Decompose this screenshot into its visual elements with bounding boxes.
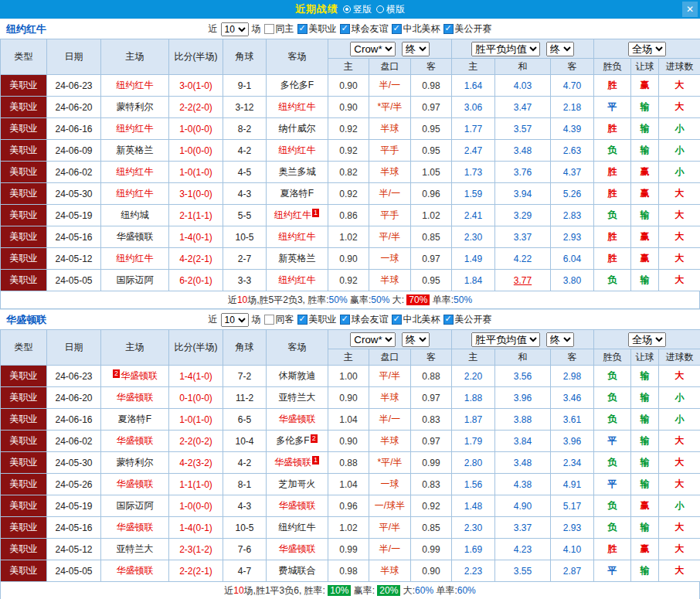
home-team-name[interactable]: 华盛顿联 [117, 522, 154, 533]
match-score: 1-1(1-0) [169, 474, 223, 495]
home-team-name[interactable]: 蒙特利尔 [117, 457, 154, 468]
match-score: 1-4(0-1) [169, 226, 223, 248]
home-team-name[interactable]: 蒙特利尔 [117, 101, 154, 112]
summary-segment: 场,胜5平2负3, 胜率: [247, 294, 328, 305]
away-team-name[interactable]: 多伦多F [280, 80, 314, 90]
home-team-name[interactable]: 夏洛特F [118, 414, 151, 424]
league-filter-friendly[interactable]: 球会友谊 [340, 22, 389, 36]
home-team-name[interactable]: 华盛顿联 [117, 435, 154, 446]
close-button[interactable]: ✕ [682, 2, 698, 17]
bookmaker-select[interactable]: Crow* [350, 332, 396, 347]
layout-radio-vertical[interactable]: 竖版 [343, 3, 372, 16]
col-score: 比分(半场) [169, 39, 223, 75]
euro-odds-select[interactable]: 胜平负均值 [471, 332, 540, 347]
handicap-result: 输 [631, 474, 659, 495]
home-team-name[interactable]: 纽约红牛 [117, 123, 154, 134]
match-count-select[interactable]: 10 [221, 22, 249, 36]
match-row: 美职业24-05-05国际迈阿6-2(0-1)3-3纽约红牛0.92半球0.95… [1, 270, 700, 291]
match-score: 2-3(1-2) [169, 539, 223, 560]
col-type: 类型 [1, 330, 47, 366]
league-filter-concacaf[interactable]: 中北美杯 [392, 313, 440, 326]
corner-score: 10-5 [223, 226, 267, 248]
league-filter-concacaf[interactable]: 中北美杯 [392, 22, 440, 36]
handicap-result: 输 [631, 270, 659, 291]
asia-handicap-line: 半/一 [369, 539, 411, 560]
away-team-name[interactable]: 芝加哥火 [279, 478, 316, 489]
league-filter-friendly[interactable]: 球会友谊 [340, 313, 389, 326]
away-team-name[interactable]: 华盛顿联 [279, 500, 316, 511]
home-team-name[interactable]: 纽约红牛 [117, 188, 154, 199]
home-team-name[interactable]: 华盛顿联 [121, 370, 158, 381]
asia-away-odds: 0.97 [411, 248, 452, 270]
euro-odds-select[interactable]: 胜平负均值 [471, 42, 540, 56]
checkbox-label: 球会友谊 [352, 22, 389, 36]
away-team-name[interactable]: 纽约红牛 [279, 231, 316, 242]
home-team-name[interactable]: 纽约红牛 [117, 253, 154, 264]
league-filter-mls[interactable]: 美职业 [297, 313, 337, 326]
home-team-cell: 纽约红牛 [101, 162, 169, 183]
euro-final-select[interactable]: 终 [546, 332, 574, 347]
away-team-name[interactable]: 纽约红牛 [279, 101, 316, 112]
checkbox-checked-icon [340, 315, 350, 325]
away-team-name[interactable]: 纽约红牛 [279, 522, 316, 533]
layout-radio-horizontal[interactable]: 横版 [376, 3, 405, 16]
away-team-cell: 休斯敦迪 [267, 366, 328, 387]
home-team-name[interactable]: 国际迈阿 [117, 274, 154, 285]
euro-draw-odds: 4.23 [495, 539, 551, 560]
home-team-name[interactable]: 华盛顿联 [117, 478, 154, 489]
away-team-name[interactable]: 华盛顿联 [279, 543, 316, 554]
home-team-name[interactable]: 新英格兰 [117, 145, 154, 155]
home-team-name[interactable]: 纽约城 [121, 209, 149, 220]
away-team-name[interactable]: 夏洛特F [280, 188, 314, 199]
bookmaker-select[interactable]: Crow* [350, 42, 396, 56]
match-row: 美职业24-06-02华盛顿联2-2(0-2)10-4多伦多F20.90半球0.… [1, 431, 700, 452]
away-team-cell: 费城联合 [267, 560, 328, 582]
away-team-name[interactable]: 费城联合 [279, 565, 316, 576]
euro-draw-odds: 4.22 [495, 248, 551, 270]
home-team-name[interactable]: 国际迈阿 [117, 500, 154, 511]
home-team-name[interactable]: 亚特兰大 [117, 543, 154, 554]
scope-select[interactable]: 全场 [628, 42, 666, 56]
home-team-name[interactable]: 纽约红牛 [117, 80, 154, 90]
corner-score: 2-7 [223, 248, 267, 270]
asia-handicap-line: 半/一 [369, 409, 411, 431]
euro-final-select[interactable]: 终 [546, 42, 574, 56]
asia-final-select[interactable]: 终 [402, 332, 430, 347]
away-team-name[interactable]: 纽约红牛 [279, 274, 316, 285]
away-team-name[interactable]: 纳什威尔 [279, 123, 316, 134]
euro-away-odds: 2.93 [551, 517, 594, 539]
home-team-cell: 纽约红牛 [101, 75, 169, 97]
league-filter-mls[interactable]: 美职业 [297, 22, 337, 36]
match-count-select[interactable]: 10 [221, 313, 249, 327]
away-team-name[interactable]: 休斯敦迪 [279, 370, 316, 381]
team-section-dcunited: 华盛顿联 近 10 场 同客 美职业 球会友谊 中北美杯 [0, 309, 700, 599]
away-team-name[interactable]: 华盛顿联 [279, 414, 316, 424]
away-team-name[interactable]: 亚特兰大 [279, 392, 316, 403]
away-team-name[interactable]: 奥兰多城 [279, 166, 316, 177]
league-filter-opencup[interactable]: 美公开赛 [443, 313, 492, 326]
col-corner: 角球 [223, 39, 267, 75]
summary-segment: 大: [400, 585, 415, 596]
euro-draw-odds[interactable]: 3.77 [495, 270, 551, 291]
same-venue-checkbox[interactable]: 同主 [264, 22, 294, 36]
home-team-cell: 国际迈阿 [101, 495, 169, 517]
away-team-name[interactable]: 多伦多F [276, 435, 309, 446]
home-team-name[interactable]: 华盛顿联 [117, 231, 154, 242]
home-team-name[interactable]: 纽约红牛 [117, 166, 154, 177]
asia-final-select[interactable]: 终 [402, 42, 430, 56]
league-filter-opencup[interactable]: 美公开赛 [443, 22, 492, 36]
col-corner: 角球 [223, 330, 267, 366]
scope-select[interactable]: 全场 [628, 332, 666, 347]
away-team-name[interactable]: 华盛顿联 [274, 457, 311, 468]
home-team-name[interactable]: 华盛顿联 [117, 392, 154, 403]
col-wdl: 胜负 [594, 59, 631, 75]
home-team-name[interactable]: 华盛顿联 [117, 565, 154, 576]
radio-selected-icon [343, 5, 351, 13]
match-row: 美职业24-06-02纽约红牛1-0(1-0)4-5奥兰多城0.82半球1.05… [1, 162, 700, 183]
match-date: 24-05-12 [47, 248, 101, 270]
away-team-name[interactable]: 新英格兰 [279, 253, 316, 264]
away-team-name[interactable]: 纽约红牛 [279, 145, 316, 155]
match-row: 美职业24-06-16夏洛特F1-0(1-0)6-5华盛顿联1.04半/一0.8… [1, 409, 700, 431]
same-venue-checkbox[interactable]: 同客 [264, 313, 294, 326]
away-team-name[interactable]: 纽约红牛 [274, 209, 311, 220]
